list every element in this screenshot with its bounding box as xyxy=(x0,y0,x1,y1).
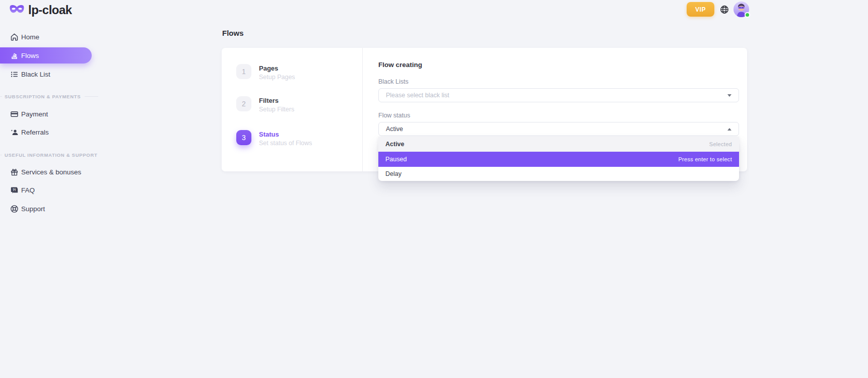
person-add-icon xyxy=(10,128,19,137)
flow-status-label: Flow status xyxy=(378,112,739,119)
form-title: Flow creating xyxy=(378,61,739,69)
vip-button[interactable]: VIP xyxy=(687,2,714,17)
sidebar: Home Flows Black List xyxy=(0,29,101,219)
step-title: Pages xyxy=(259,65,295,72)
sidebar-section-support: USEFUL INFORMATION & SUPPORT xyxy=(0,152,101,158)
chevron-down-icon xyxy=(727,94,731,97)
sidebar-item-label: Home xyxy=(21,33,39,41)
option-paused[interactable]: Paused Press enter to select xyxy=(378,152,739,167)
sidebar-item-flows[interactable]: Flows xyxy=(0,47,92,64)
step-status[interactable]: 3 Status Set status of Flows xyxy=(236,130,362,147)
step-number-badge: 3 xyxy=(236,130,251,145)
black-lists-label: Black Lists xyxy=(378,78,739,85)
lifebuoy-icon xyxy=(10,205,19,213)
step-subtitle: Set status of Flows xyxy=(259,140,312,147)
sidebar-item-label: Payment xyxy=(21,110,48,118)
sidebar-item-label: Black List xyxy=(21,71,50,78)
sidebar-item-label: Referrals xyxy=(21,129,49,136)
sidebar-item-support[interactable]: Support xyxy=(0,201,101,216)
sidebar-item-label: Flows xyxy=(21,52,39,59)
sidebar-item-label: FAQ xyxy=(21,186,35,194)
avatar[interactable] xyxy=(733,2,749,17)
app-title: lp-cloak xyxy=(28,3,72,17)
header-controls: VIP xyxy=(687,2,749,17)
page-title: Flows xyxy=(222,29,244,37)
home-icon xyxy=(10,33,19,41)
app-logo[interactable]: lp-cloak xyxy=(9,3,72,17)
step-title: Status xyxy=(259,131,312,138)
online-status-dot xyxy=(745,12,750,18)
chevron-up-icon xyxy=(727,128,731,131)
gift-icon xyxy=(10,168,19,176)
globe-icon[interactable] xyxy=(720,5,729,14)
option-label: Paused xyxy=(385,156,407,163)
option-label: Delay xyxy=(385,170,402,177)
credit-card-icon xyxy=(10,110,19,118)
black-lists-select[interactable]: Please select black list xyxy=(378,88,739,102)
faq-bubble-icon: ?! xyxy=(10,186,19,195)
flow-status-select[interactable]: Active xyxy=(378,122,739,136)
option-hint: Press enter to select xyxy=(678,156,732,162)
svg-text:?!: ?! xyxy=(13,187,16,191)
sidebar-item-services[interactable]: Services & bonuses xyxy=(0,164,101,179)
option-delay[interactable]: Delay xyxy=(378,167,739,181)
step-title: Filters xyxy=(259,97,294,104)
step-number-badge: 1 xyxy=(236,64,251,79)
list-icon xyxy=(10,70,19,79)
sidebar-item-faq[interactable]: ?! FAQ xyxy=(0,182,101,198)
sidebar-item-label: Services & bonuses xyxy=(21,168,81,176)
step-pages[interactable]: 1 Pages Setup Pages xyxy=(236,64,362,81)
steps-pane: 1 Pages Setup Pages 2 Filters Setup Filt… xyxy=(222,48,363,171)
mask-icon xyxy=(9,4,25,17)
flow-status-dropdown: Active Selected Paused Press enter to se… xyxy=(378,137,739,181)
sidebar-section-subscription: SUBSCRIPTION & PAYMENTS xyxy=(0,94,101,99)
black-lists-placeholder: Please select black list xyxy=(386,92,449,99)
step-number-badge: 2 xyxy=(236,96,251,111)
sidebar-item-referrals[interactable]: Referrals xyxy=(0,124,101,140)
flow-creating-form: Flow creating Black Lists Please select … xyxy=(363,48,747,171)
option-active[interactable]: Active Selected xyxy=(378,137,739,152)
flow-creating-card: 1 Pages Setup Pages 2 Filters Setup Filt… xyxy=(222,48,747,171)
sidebar-item-payment[interactable]: Payment xyxy=(0,106,101,121)
sidebar-item-home[interactable]: Home xyxy=(0,29,101,44)
option-label: Active xyxy=(385,141,405,148)
step-subtitle: Setup Pages xyxy=(259,74,295,81)
step-filters[interactable]: 2 Filters Setup Filters xyxy=(236,96,362,113)
sidebar-item-label: Support xyxy=(21,205,45,213)
flows-stack-icon xyxy=(10,51,19,60)
sidebar-item-black-list[interactable]: Black List xyxy=(0,67,101,82)
option-hint: Selected xyxy=(709,141,732,147)
flow-status-value: Active xyxy=(386,125,403,133)
step-subtitle: Setup Filters xyxy=(259,106,294,113)
